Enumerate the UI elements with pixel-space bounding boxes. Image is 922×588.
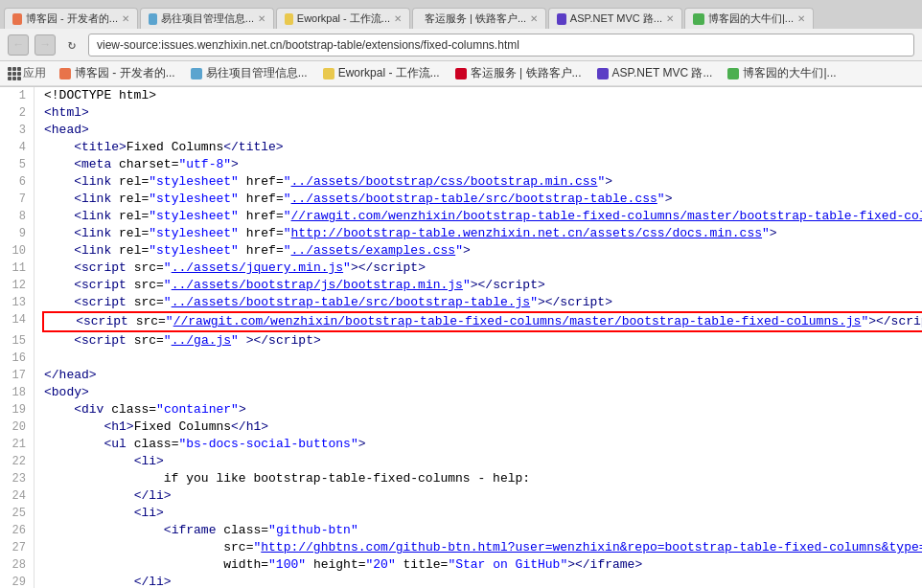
browser-toolbar: ← → ↻ — [0, 29, 922, 61]
source-line-20: 20 <h1>Fixed Columns</h1> — [0, 418, 922, 436]
apps-grid-icon — [8, 67, 21, 80]
back-button[interactable]: ← — [8, 34, 29, 56]
source-line-18: 18<body> — [0, 384, 922, 401]
tab-eworkpal[interactable]: Eworkpal - 工作流... ✕ — [276, 8, 410, 29]
source-line-22: 22 <li> — [0, 453, 922, 470]
source-line-24: 24 </li> — [0, 487, 922, 505]
forward-button[interactable]: → — [35, 34, 56, 56]
tab-yiwang[interactable]: 易往项目管理信息... ✕ — [140, 8, 274, 29]
source-line-16: 16 — [0, 350, 922, 367]
source-line-15: 15 <script src="../ga.js" ></script> — [0, 332, 922, 350]
source-line-23: 23 if you like bootstrap-table-fixed-col… — [0, 470, 922, 487]
source-line-2: 2<html> — [0, 104, 922, 122]
source-line-26: 26 <iframe class="github-btn" — [0, 522, 922, 539]
source-line-27: 27 src="http://ghbtns.com/github-btn.htm… — [0, 539, 922, 556]
source-line-3: 3<head> — [0, 122, 922, 139]
reload-icon: ↻ — [68, 36, 76, 53]
bookmark-bloggarden[interactable]: 博客园 - 开发者的... — [54, 63, 181, 83]
forward-icon: → — [41, 38, 48, 52]
source-line-13: 13 <script src="../assets/bootstrap-tabl… — [0, 294, 922, 311]
source-line-5: 5 <meta charset="utf-8"> — [0, 156, 922, 173]
source-line-10: 10 <link rel="stylesheet" href="../asset… — [0, 242, 922, 260]
source-line-21: 21 <ul class="bs-docs-social-buttons"> — [0, 436, 922, 453]
source-line-28: 28 width="100" height="20" title="Star o… — [0, 556, 922, 574]
source-line-8: 8 <link rel="stylesheet" href="//rawgit.… — [0, 208, 922, 225]
source-line-11: 11 <script src="../assets/jquery.min.js"… — [0, 260, 922, 277]
source-line-19: 19 <div class="container"> — [0, 401, 922, 418]
source-line-1: 1<!DOCTYPE html> — [0, 87, 922, 104]
tabs-bar: 博客园 - 开发者的... ✕ 易往项目管理信息... ✕ Eworkpal -… — [0, 0, 922, 29]
source-line-7: 7 <link rel="stylesheet" href="../assets… — [0, 191, 922, 208]
source-line-12: 12 <script src="../assets/bootstrap/js/b… — [0, 277, 922, 294]
bookmarks-bar: 应用 博客园 - 开发者的... 易往项目管理信息... Eworkpal - … — [0, 61, 922, 86]
bookmark-cnblog[interactable]: 博客园的大牛们|... — [722, 63, 841, 83]
back-icon: ← — [14, 38, 21, 52]
source-line-25: 25 <li> — [0, 505, 922, 522]
address-bar[interactable] — [88, 34, 914, 57]
bookmark-aspnet[interactable]: ASP.NET MVC 路... — [591, 63, 719, 83]
source-line-6: 6 <link rel="stylesheet" href="../assets… — [0, 173, 922, 191]
apps-label: 应用 — [23, 65, 46, 81]
source-line-4: 4 <title>Fixed Columns</title> — [0, 139, 922, 156]
reload-button[interactable]: ↻ — [61, 34, 82, 56]
source-line-14: 14 <script src="//rawgit.com/wenzhixin/b… — [0, 311, 922, 332]
browser-chrome: 博客园 - 开发者的... ✕ 易往项目管理信息... ✕ Eworkpal -… — [0, 0, 922, 87]
apps-button[interactable]: 应用 — [8, 65, 46, 81]
bookmark-yiwang[interactable]: 易往项目管理信息... — [185, 63, 313, 83]
tab-bloggarden[interactable]: 博客园 - 开发者的... ✕ — [4, 8, 138, 29]
tab-aspnet[interactable]: ASP.NET MVC 路... ✕ — [548, 8, 682, 29]
source-line-9: 9 <link rel="stylesheet" href="http://bo… — [0, 225, 922, 242]
tab-cnblog[interactable]: 博客园的大牛们|... ✕ — [684, 8, 814, 29]
source-line-29: 29 </li> — [0, 574, 922, 588]
source-view: 1<!DOCTYPE html>2<html>3<head>4 <title>F… — [0, 87, 922, 588]
bookmark-railway[interactable]: 客运服务 | 铁路客户... — [449, 63, 588, 83]
tab-railway[interactable]: 客运服务 | 铁路客户... ✕ — [412, 8, 546, 29]
source-line-17: 17</head> — [0, 367, 922, 384]
bookmark-eworkpal[interactable]: Eworkpal - 工作流... — [317, 63, 446, 83]
